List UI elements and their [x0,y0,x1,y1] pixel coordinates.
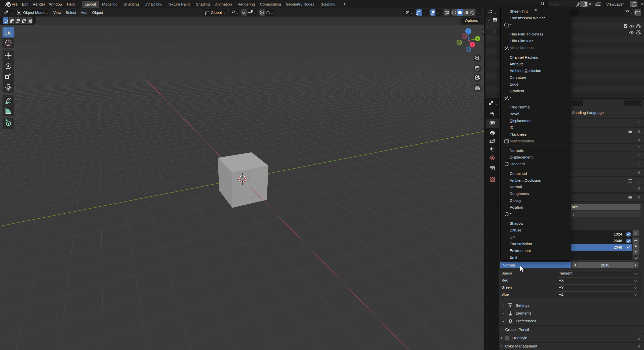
svg-text:Y: Y [476,37,479,41]
svg-text:Z: Z [467,29,469,33]
svg-text:X: X [471,43,474,47]
